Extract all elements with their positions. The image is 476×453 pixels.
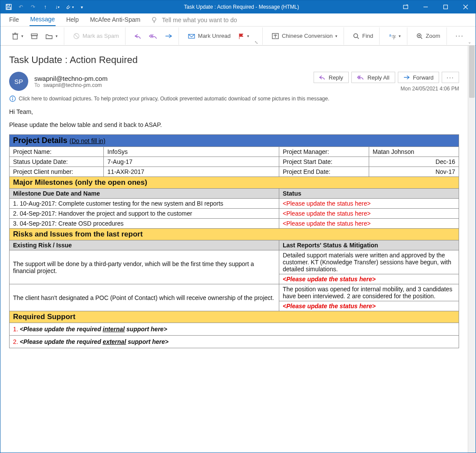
ribbon-options-icon[interactable]: [396, 0, 416, 13]
table-row: 2. <Please update the required external …: [10, 336, 459, 348]
minimize-icon[interactable]: [416, 0, 436, 13]
reply-all-ribbon-button[interactable]: [147, 32, 159, 40]
qat-customize-icon[interactable]: ▾: [76, 0, 87, 13]
tab-mcafee[interactable]: McAfee Anti-Spam: [89, 14, 141, 26]
vertical-scrollbar[interactable]: [468, 46, 476, 453]
table-row: The client hasn't designated a POC (Poin…: [10, 284, 459, 301]
risks-header: Risks and Issues from the last report: [10, 229, 459, 240]
svg-rect-1: [7, 4, 10, 6]
close-icon[interactable]: [456, 0, 476, 13]
info-icon: [9, 95, 16, 102]
to-line: Toswapnil@techno-pm.com: [34, 82, 108, 88]
svg-rect-15: [32, 36, 37, 39]
svg-line-23: [357, 37, 359, 39]
forward-button[interactable]: Forward: [398, 72, 440, 83]
download-pictures-infobar[interactable]: Click here to download pictures. To help…: [9, 95, 459, 102]
from-address: swapnil@techno-pm.com: [34, 75, 108, 82]
table-row: Existing Risk / IssueLast Reports' Statu…: [10, 240, 459, 250]
ribbon: ▾ ▾ Mark as Spam Mark Unread ▾ ⤡ Chinese…: [0, 27, 476, 46]
reply-button[interactable]: Reply: [314, 72, 349, 83]
forward-ribbon-button[interactable]: [163, 32, 174, 40]
svg-text:a: a: [389, 33, 391, 37]
tab-help[interactable]: Help: [65, 14, 79, 26]
milestones-header: Major Milestones (only the open ones): [10, 177, 459, 189]
outlook-message-window: ↶ ↷ ↑ ↓ ▾ ▾ ▾ Task Update : Action Requi…: [0, 0, 476, 453]
table-row: Status Update Date:7-Aug-17 Project Star…: [10, 157, 459, 167]
svg-rect-3: [403, 5, 408, 9]
down-arrow-icon[interactable]: ↓ ▾: [52, 0, 63, 13]
required-support-header: Required Support: [10, 311, 459, 323]
dialog-launcher-icon[interactable]: ⤡: [255, 40, 258, 45]
up-arrow-icon[interactable]: ↑: [40, 0, 51, 13]
svg-rect-2: [7, 7, 10, 9]
collapse-ribbon-icon[interactable]: ⌄: [468, 40, 471, 44]
tab-message[interactable]: Message: [30, 14, 56, 26]
ribbon-tabs: File Message Help McAfee Anti-Spam Tell …: [0, 13, 476, 27]
maximize-icon[interactable]: [436, 0, 456, 13]
reply-all-button[interactable]: Reply All: [351, 72, 395, 83]
message-header: SP swapnil@techno-pm.com Toswapnil@techn…: [9, 72, 459, 92]
svg-line-27: [421, 37, 422, 39]
response-buttons: Reply Reply All Forward ···: [314, 72, 459, 83]
undo-icon[interactable]: ↶: [15, 0, 26, 13]
flag-button[interactable]: ▾: [236, 32, 251, 40]
table-row: 2. 04-Sep-2017: Handover the project and…: [10, 209, 459, 219]
lightbulb-icon: [151, 17, 158, 23]
svg-rect-5: [444, 5, 448, 9]
table-row: 1. <Please update the required internal …: [10, 323, 459, 336]
scrollbar-thumb[interactable]: [469, 46, 475, 98]
reply-ribbon-button[interactable]: [132, 32, 144, 40]
body-instruction: Please update the below table and send i…: [9, 121, 459, 128]
title-bar: ↶ ↷ ↑ ↓ ▾ ▾ ▾ Task Update : Action Requi…: [0, 0, 476, 13]
mark-unread-button[interactable]: Mark Unread: [186, 32, 232, 40]
mark-as-spam-button[interactable]: Mark as Spam: [71, 32, 121, 40]
svg-text:字: 字: [392, 35, 396, 40]
status-table: Project Details (Do not fill in) Project…: [9, 134, 459, 348]
translate-button[interactable]: a字▾: [387, 31, 403, 41]
svg-point-31: [12, 97, 13, 98]
message-subject: Task Update : Action Required: [9, 54, 459, 66]
to-address: swapnil@techno-pm.com: [43, 82, 102, 88]
save-icon[interactable]: [3, 0, 14, 13]
more-actions-button[interactable]: ···: [442, 72, 459, 83]
table-row: Project Name:InfoSys Project Manager:Mat…: [10, 147, 459, 157]
quick-access-toolbar: ↶ ↷ ↑ ↓ ▾ ▾ ▾: [3, 0, 87, 13]
find-button[interactable]: Find: [351, 32, 375, 40]
redo-icon[interactable]: ↷: [27, 0, 39, 13]
svg-rect-11: [13, 34, 17, 39]
move-button[interactable]: ▾: [43, 32, 60, 40]
table-row: Milestone Due Date and NameStatus: [10, 189, 459, 199]
svg-point-8: [152, 17, 156, 21]
tell-me-search[interactable]: Tell me what you want to do: [151, 17, 237, 23]
archive-button[interactable]: [29, 32, 40, 40]
attach-icon[interactable]: ▾: [64, 0, 75, 13]
window-buttons: [396, 0, 476, 13]
reading-pane: Task Update : Action Required SP swapnil…: [0, 46, 476, 453]
more-commands-button[interactable]: ···: [454, 31, 466, 41]
message-body: Hi Team, Please update the below table a…: [9, 108, 459, 348]
table-row: 1. 10-Aug-2017: Complete customer testin…: [10, 199, 459, 209]
body-greeting: Hi Team,: [9, 108, 459, 115]
project-details-header: Project Details (Do not fill in): [10, 135, 459, 147]
svg-rect-32: [12, 98, 13, 100]
table-row: 3. 04-Sep-2017: Create OSD procedures<Pl…: [10, 219, 459, 229]
avatar: SP: [9, 72, 28, 91]
table-row: Project Client number:11-AXR-2017 Projec…: [10, 167, 459, 177]
svg-point-22: [354, 33, 358, 37]
svg-line-17: [75, 34, 78, 38]
tab-file[interactable]: File: [8, 14, 20, 26]
delete-button[interactable]: ▾: [10, 31, 25, 41]
window-title: Task Update : Action Required - Message …: [87, 4, 396, 10]
chinese-conversion-button[interactable]: Chinese Conversion▾: [270, 32, 339, 40]
message-datetime: Mon 24/05/2021 4:06 PM: [314, 86, 459, 92]
zoom-button[interactable]: Zoom: [414, 32, 442, 40]
table-row: The support will be done by a third-part…: [10, 250, 459, 274]
